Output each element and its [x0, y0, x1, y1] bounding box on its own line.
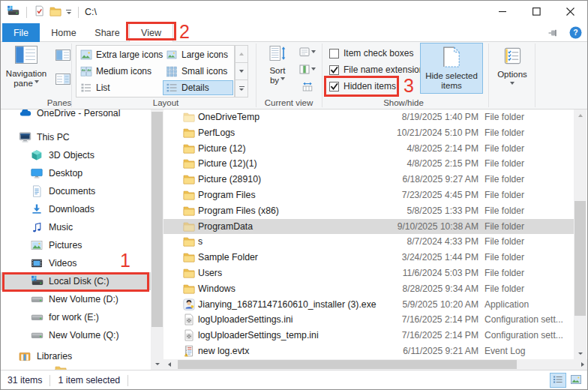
file-row-new-log-evtx[interactable]: new log.evtx6/11/2025 9:21 AMEvent Log: [164, 344, 574, 359]
qat-customize-dropdown[interactable]: [64, 3, 74, 21]
divider: [78, 7, 79, 18]
sidebar-item-new-volume-q[interactable]: New Volume (Q:): [1, 326, 151, 344]
navigation-pane-button[interactable]: Navigation pane: [2, 44, 50, 96]
layout-option-large-icons[interactable]: Large icons: [163, 47, 233, 62]
file-name: Users: [198, 268, 222, 278]
scroll-up-arrow[interactable]: [574, 110, 586, 121]
partial-folder-icon: [55, 364, 67, 370]
tab-share[interactable]: Share: [86, 23, 129, 42]
pin-ribbon-icon[interactable]: [548, 28, 559, 40]
file-name-extensions-checkbox[interactable]: [329, 65, 339, 75]
gallery-scroll-up[interactable]: [235, 45, 248, 63]
file-row-s[interactable]: s8/7/2024 4:33 PMFile folder: [164, 234, 574, 250]
file-row-windows[interactable]: Windows8/28/2025 9:34 AMFile folder: [164, 281, 574, 297]
qat-newfolder-button[interactable]: [47, 3, 64, 21]
sidebar-item-this-pc[interactable]: This PC: [1, 128, 151, 146]
file-name-extensions-checkbox-row[interactable]: File name extensions: [329, 62, 428, 77]
preview-pane-button[interactable]: [53, 46, 73, 66]
layout-option-details[interactable]: Details: [163, 80, 233, 95]
add-columns-button[interactable]: [296, 62, 319, 78]
maximize-button[interactable]: [520, 1, 554, 22]
scroll-down-arrow[interactable]: [574, 348, 586, 358]
layout-option-list[interactable]: List: [77, 80, 163, 95]
group-by-button[interactable]: [296, 45, 319, 61]
layout-option-small-icons[interactable]: Small icons: [163, 64, 233, 79]
vertical-scrollbar-thumb[interactable]: [574, 201, 586, 316]
file-row-picture-12[interactable]: Picture (12)4/8/2025 2:14 PMFile folder: [164, 141, 574, 157]
file-row-program-files-x86[interactable]: Program Files (x86)5/8/2025 1:33 PMFile …: [164, 203, 574, 219]
scroll-right-arrow[interactable]: [578, 359, 588, 370]
qat-properties-button[interactable]: [32, 3, 47, 21]
gallery-more-button[interactable]: [235, 80, 248, 98]
sidebar-item-label: Desktop: [49, 168, 82, 178]
sidebar-item-videos[interactable]: Videos: [1, 254, 151, 272]
file-row-onedrivetemp[interactable]: OneDriveTemp8/19/2025 1:40 PMFile folder: [164, 110, 574, 125]
drive-icon: [30, 293, 44, 306]
file-list-vertical-scrollbar[interactable]: [574, 110, 586, 359]
layout-option-extra-large-icons[interactable]: Extra large icons: [77, 47, 163, 62]
sidebar-item-desktop[interactable]: Desktop: [1, 164, 151, 182]
sidebar-item-new-volume-d[interactable]: New Volume (D:): [1, 290, 151, 308]
file-row-picture-12-1[interactable]: Picture (12)(1)4/8/2025 2:15 PMFile fold…: [164, 156, 574, 172]
details-view-button[interactable]: [550, 373, 566, 388]
options-button[interactable]: Options: [491, 43, 533, 94]
file-date-modified: 3/24/2025 1:44 PM: [388, 252, 478, 262]
file-row-picture-28910[interactable]: Picture (28910)6/18/2025 9:27 AMFile fol…: [164, 172, 574, 188]
tab-file[interactable]: File: [2, 23, 40, 42]
tab-home[interactable]: Home: [42, 23, 86, 42]
close-button[interactable]: [554, 1, 587, 22]
checkbox-label: File name extensions: [344, 64, 428, 75]
gallery-scroll-down[interactable]: [235, 63, 248, 80]
group-divider: [535, 44, 536, 107]
file-type: File folder: [484, 206, 568, 216]
sidebar-item-downloads[interactable]: Downloads: [1, 200, 151, 218]
file-row-jianying-16871147160610-installer-3-exe[interactable]: Jianying_16871147160610_installer (3).ex…: [164, 297, 574, 313]
file-type: File folder: [484, 128, 568, 138]
file-date-modified: 11/6/2024 5:03 PM: [388, 268, 478, 278]
layout-option-medium-icons[interactable]: Medium icons: [77, 64, 163, 79]
sidebar-item-3d-objects[interactable]: 3D Objects: [1, 146, 151, 164]
sidebar-item-onedrive-personal[interactable]: OneDrive - Personal: [1, 110, 151, 122]
folder-file-icon: [183, 267, 195, 279]
sidebar-item-pictures[interactable]: Pictures: [1, 236, 151, 254]
svg-text:?: ?: [573, 28, 578, 37]
item-check-boxes-checkbox[interactable]: [329, 49, 339, 58]
file-row-loguploadersettings-ini[interactable]: logUploaderSettings.ini7/16/2025 2:14 PM…: [164, 312, 574, 328]
sidebar-item-documents[interactable]: Documents: [1, 182, 151, 200]
sidebar-item-local-disk-c[interactable]: Local Disk (C:): [1, 272, 151, 290]
file-row-program-files[interactable]: Program Files7/23/2025 4:45 PMFile folde…: [164, 188, 574, 203]
file-date-modified: 5/9/2025 10:20 AM: [388, 299, 478, 310]
details-pane-button[interactable]: [53, 70, 73, 90]
sidebar-item-libraries[interactable]: Libraries: [1, 347, 151, 365]
sidebar-scrollbar[interactable]: [151, 110, 164, 370]
scroll-left-arrow[interactable]: [164, 359, 175, 370]
navigation-pane-label: Navigation: [6, 69, 46, 79]
tab-view[interactable]: View: [129, 23, 173, 43]
sort-by-button[interactable]: Sort by: [260, 44, 295, 96]
file-list-horizontal-scrollbar[interactable]: [164, 359, 588, 370]
selection-count: 1 item selected: [58, 375, 120, 386]
help-icon[interactable]: ?: [569, 26, 582, 41]
thumbnails-view-button[interactable]: [568, 373, 584, 388]
file-row-sample-folder[interactable]: Sample Folder3/24/2025 1:44 PMFile folde…: [164, 250, 574, 266]
hidden-items-checkbox[interactable]: [329, 82, 339, 92]
file-row-loguploadersettings-temp-ini[interactable]: logUploaderSettings_temp.ini7/16/2025 2:…: [164, 328, 574, 344]
app-file-icon: [183, 298, 195, 310]
sidebar-scrollbar-thumb[interactable]: [152, 112, 163, 327]
file-row-perflogs[interactable]: PerfLogs10/21/2024 5:10 PMFile folder: [164, 125, 574, 141]
file-name: Picture (12): [198, 143, 246, 154]
sidebar-item-music[interactable]: Music: [1, 218, 151, 236]
horizontal-scrollbar-thumb[interactable]: [178, 360, 517, 369]
sidebar-item-label: Pictures: [49, 240, 82, 250]
file-row-programdata[interactable]: ProgramData9/10/2025 10:38 AMFile folder: [164, 219, 574, 235]
minimize-button[interactable]: [486, 1, 520, 22]
sidebar-scroll-down-arrow[interactable]: [151, 358, 164, 369]
file-row-users[interactable]: Users11/6/2024 5:03 PMFile folder: [164, 266, 574, 281]
hide-selected-items-button[interactable]: Hide selected items: [420, 43, 483, 94]
hidden-items-checkbox-row[interactable]: Hidden items: [329, 79, 396, 94]
size-columns-to-fit-button[interactable]: [296, 80, 319, 95]
item-check-boxes-checkbox-row[interactable]: Item check boxes: [329, 46, 413, 61]
sidebar-item-for-work-e[interactable]: for work (E:): [1, 308, 151, 326]
layout-option-label: List: [96, 82, 110, 93]
file-date-modified: 10/21/2024 5:10 PM: [388, 128, 478, 138]
